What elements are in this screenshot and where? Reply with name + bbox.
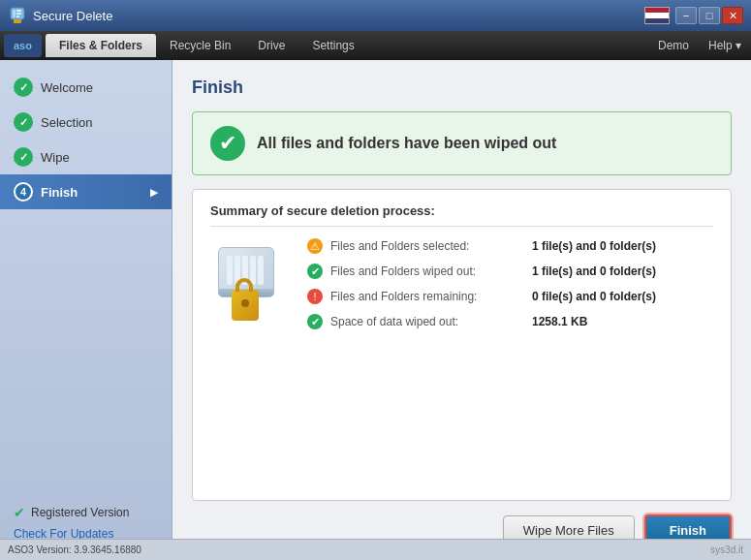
menubar: aso Files & Folders Recycle Bin Drive Se… xyxy=(0,31,751,60)
summary-row-2: ! Files and Folders remaining: 0 file(s)… xyxy=(307,289,713,304)
statusbar: ASO3 Version: 3.9.3645.16880 sys3d.it xyxy=(0,539,751,560)
summary-row-3: ✔ Space of data wiped out: 1258.1 KB xyxy=(307,314,713,329)
success-icon: ✔ xyxy=(210,126,245,161)
shredder-slot5 xyxy=(258,256,264,285)
page-title: Finish xyxy=(192,78,732,98)
watermark: sys3d.it xyxy=(710,544,743,555)
titlebar-left: Secure Delete xyxy=(8,6,112,25)
shredder-slot1 xyxy=(227,256,233,285)
menu-right: Demo Help ▾ xyxy=(652,36,747,55)
shredder-icon-area xyxy=(210,238,288,329)
tab-settings[interactable]: Settings xyxy=(298,34,367,57)
minimize-button[interactable]: − xyxy=(675,7,697,24)
row-label-3: Space of data wiped out: xyxy=(330,315,524,328)
step-circle-1: ✓ xyxy=(14,78,33,97)
demo-link[interactable]: Demo xyxy=(652,36,695,55)
tab-recycle-bin[interactable]: Recycle Bin xyxy=(156,34,244,57)
registered-icon: ✔ xyxy=(14,505,25,520)
menu-logo[interactable]: aso xyxy=(4,34,42,57)
registered-label: Registered Version xyxy=(31,506,129,519)
svg-rect-2 xyxy=(16,10,21,12)
row-value-3: 1258.1 KB xyxy=(532,315,587,328)
success-icon-3: ✔ xyxy=(307,314,323,329)
close-button[interactable]: ✕ xyxy=(722,7,743,24)
sidebar-item-welcome[interactable]: ✓ Welcome xyxy=(0,70,172,105)
version-label: ASO3 Version: 3.9.3645.16880 xyxy=(8,544,141,555)
app-icon xyxy=(8,6,27,25)
tab-drive[interactable]: Drive xyxy=(244,34,298,57)
registered-row: ✔ Registered Version xyxy=(14,505,158,520)
sidebar-item-finish[interactable]: 4 Finish ▶ xyxy=(0,174,172,209)
summary-row-1: ✔ Files and Folders wiped out: 1 file(s)… xyxy=(307,264,713,279)
sidebar-label-selection: Selection xyxy=(41,115,92,130)
help-menu[interactable]: Help ▾ xyxy=(703,36,747,55)
summary-title: Summary of secure deletion process: xyxy=(210,203,713,227)
success-icon-1: ✔ xyxy=(307,264,323,279)
titlebar: Secure Delete − □ ✕ xyxy=(0,0,751,31)
lock-shackle xyxy=(235,278,253,292)
shredder-image xyxy=(218,247,280,321)
step-circle-4: 4 xyxy=(14,182,33,202)
summary-box: Summary of secure deletion process: xyxy=(192,189,732,501)
lock-keyhole xyxy=(241,299,249,307)
sidebar-item-wipe[interactable]: ✓ Wipe xyxy=(0,140,172,174)
row-value-0: 1 file(s) and 0 folder(s) xyxy=(532,239,656,253)
app-container: ✓ Welcome ✓ Selection ✓ Wipe 4 Finish ▶ … xyxy=(0,60,751,560)
sidebar-label-finish: Finish xyxy=(41,185,78,200)
maximize-button[interactable]: □ xyxy=(699,7,720,24)
step-circle-2: ✓ xyxy=(14,112,33,132)
row-label-0: Files and Folders selected: xyxy=(330,239,524,253)
success-banner: ✔ All files and folders have been wiped … xyxy=(192,111,732,175)
titlebar-controls: − □ ✕ xyxy=(644,7,743,24)
sidebar-arrow: ▶ xyxy=(150,187,158,198)
tab-files-folders[interactable]: Files & Folders xyxy=(46,34,156,57)
app-title: Secure Delete xyxy=(33,9,112,23)
lock-body xyxy=(232,290,259,321)
error-icon-2: ! xyxy=(307,289,323,304)
summary-rows: ⚠ Files and Folders selected: 1 file(s) … xyxy=(307,238,713,329)
sidebar-label-welcome: Welcome xyxy=(41,80,93,95)
summary-row-0: ⚠ Files and Folders selected: 1 file(s) … xyxy=(307,238,713,254)
sidebar-label-wipe: Wipe xyxy=(41,150,70,165)
svg-rect-1 xyxy=(13,10,16,17)
sidebar: ✓ Welcome ✓ Selection ✓ Wipe 4 Finish ▶ … xyxy=(0,60,172,560)
row-value-1: 1 file(s) and 0 folder(s) xyxy=(532,264,656,278)
step-circle-3: ✓ xyxy=(14,147,33,167)
flag-icon xyxy=(644,7,670,24)
row-label-1: Files and Folders wiped out: xyxy=(330,264,524,278)
sidebar-item-selection[interactable]: ✓ Selection xyxy=(0,105,172,140)
svg-rect-5 xyxy=(14,19,21,23)
summary-content: ⚠ Files and Folders selected: 1 file(s) … xyxy=(210,238,713,329)
svg-rect-4 xyxy=(16,16,19,17)
row-value-2: 0 file(s) and 0 folder(s) xyxy=(532,290,656,303)
svg-rect-3 xyxy=(16,13,21,15)
success-message: All files and folders have been wiped ou… xyxy=(257,135,556,152)
row-label-2: Files and Folders remaining: xyxy=(330,290,524,303)
warning-icon-0: ⚠ xyxy=(307,238,323,254)
content-area: Finish ✔ All files and folders have been… xyxy=(172,60,751,560)
